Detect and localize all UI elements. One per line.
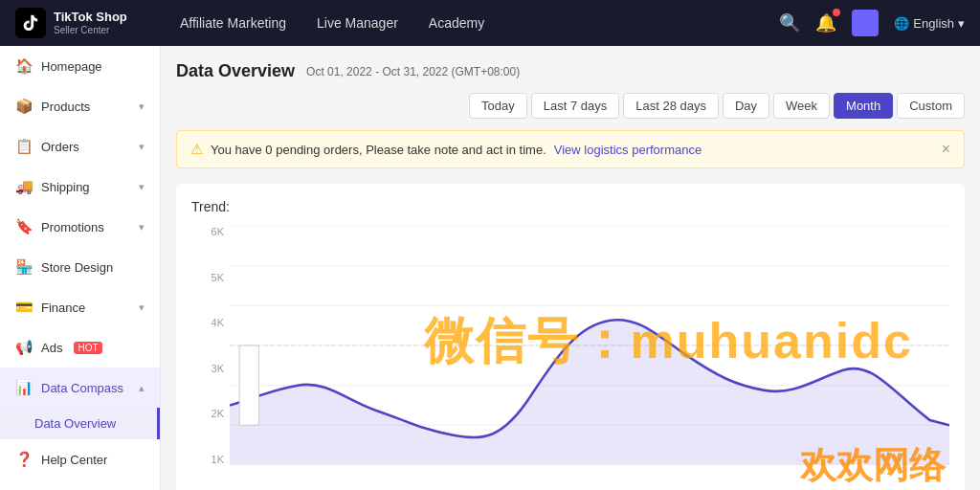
time-btn-last28[interactable]: Last 28 days [623, 93, 719, 119]
sidebar-sublabel-data-overview: Data Overview [34, 416, 116, 431]
page-title: Data Overview [176, 61, 295, 81]
sidebar-sub-item-data-overview[interactable]: Data Overview [0, 408, 160, 439]
y-label-3k: 3K [191, 363, 230, 374]
user-avatar[interactable] [852, 10, 879, 36]
chart-y-axis: 1K 2K 3K 4K 5K 6K [191, 226, 230, 465]
help-center-icon: ❓ [15, 451, 33, 468]
trend-chart: 1K 2K 3K 4K 5K 6K [191, 226, 949, 484]
finance-icon: 💳 [15, 299, 33, 316]
logo-subtitle: Seller Center [54, 25, 127, 36]
time-btn-week[interactable]: Week [773, 93, 830, 119]
sidebar-item-store-design[interactable]: 🏪 Store Design [0, 247, 160, 287]
data-compass-chevron: ▴ [139, 382, 145, 394]
content-header: Data Overview Oct 01, 2022 - Oct 31, 202… [176, 61, 965, 119]
search-icon-btn[interactable]: 🔍 [779, 12, 800, 33]
nav-right: 🔍 🔔 🌐 English ▾ [779, 10, 965, 36]
time-btn-today[interactable]: Today [469, 93, 527, 119]
promotions-chevron: ▾ [139, 221, 145, 234]
alert-text: You have 0 pending orders, Please take n… [211, 143, 546, 157]
nav-live-manager[interactable]: Live Manager [317, 15, 398, 31]
products-icon: 📦 [15, 98, 33, 115]
sidebar-label-data-compass: Data Compass [41, 381, 123, 395]
alert-icon: ⚠ [190, 141, 203, 158]
sidebar-label-ads: Ads [41, 341, 62, 355]
sidebar-item-promotions[interactable]: 🔖 Promotions ▾ [0, 207, 160, 247]
time-btn-custom[interactable]: Custom [897, 93, 965, 119]
sidebar-label-shipping: Shipping [41, 180, 90, 194]
y-label-5k: 5K [191, 272, 230, 283]
shipping-icon: 🚚 [15, 178, 33, 195]
alert-close-button[interactable]: × [942, 141, 950, 158]
logo-area: TikTok Shop Seller Center [15, 8, 149, 38]
sidebar-label-store-design: Store Design [41, 260, 113, 275]
nav-links: Affiliate Marketing Live Manager Academy [180, 15, 779, 31]
store-design-icon: 🏪 [15, 258, 33, 276]
top-navigation: TikTok Shop Seller Center Affiliate Mark… [0, 0, 980, 46]
sidebar-item-ads[interactable]: 📢 Ads HOT [0, 327, 160, 368]
sidebar-item-orders[interactable]: 📋 Orders ▾ [0, 126, 160, 167]
y-label-4k: 4K [191, 317, 230, 328]
y-label-2k: 2K [191, 408, 230, 419]
chart-svg-area [230, 226, 949, 465]
nav-affiliate-marketing[interactable]: Affiliate Marketing [180, 15, 286, 31]
data-compass-icon: 📊 [15, 379, 33, 396]
notification-badge [833, 9, 840, 16]
sidebar-label-help-center: Help Center [41, 453, 107, 467]
finance-chevron: ▾ [139, 301, 145, 314]
y-label-6k: 6K [191, 226, 230, 237]
time-btn-month[interactable]: Month [834, 93, 893, 119]
time-btn-last7[interactable]: Last 7 days [531, 93, 620, 119]
tiktok-logo-icon [15, 8, 46, 38]
nav-academy[interactable]: Academy [429, 15, 484, 31]
sidebar-item-data-compass[interactable]: 📊 Data Compass ▴ [0, 368, 160, 408]
logo-title: TikTok Shop [54, 10, 127, 25]
orders-icon: 📋 [15, 138, 33, 155]
trend-section: Trend: 微信号：muhuanidc 欢欢网络 1K 2K 3K 4K 5K… [176, 184, 965, 490]
sidebar: 🏠 Homepage 📦 Products ▾ 📋 Orders ▾ 🚚 Shi… [0, 46, 161, 490]
date-range: Oct 01, 2022 - Oct 31, 2022 (GMT+08:00) [306, 65, 520, 78]
ads-icon: 📢 [15, 339, 33, 356]
orders-chevron: ▾ [139, 141, 145, 153]
shipping-chevron: ▾ [139, 181, 145, 193]
alert-banner: ⚠ You have 0 pending orders, Please take… [176, 130, 965, 168]
time-filter-buttons: Today Last 7 days Last 28 days Day Week … [469, 93, 965, 119]
sidebar-item-products[interactable]: 📦 Products ▾ [0, 86, 160, 126]
home-icon: 🏠 [15, 57, 33, 75]
time-btn-day[interactable]: Day [723, 93, 769, 119]
sidebar-label-orders: Orders [41, 140, 79, 154]
sidebar-label-products: Products [41, 100, 90, 114]
promotions-icon: 🔖 [15, 218, 33, 235]
y-label-1k: 1K [191, 454, 230, 465]
sidebar-label-homepage: Homepage [41, 59, 102, 74]
logo-text: TikTok Shop Seller Center [54, 10, 127, 36]
trend-label: Trend: [191, 199, 949, 214]
sidebar-item-shipping[interactable]: 🚚 Shipping ▾ [0, 167, 160, 207]
sidebar-label-finance: Finance [41, 301, 85, 315]
ads-hot-badge: HOT [74, 342, 101, 354]
main-layout: 🏠 Homepage 📦 Products ▾ 📋 Orders ▾ 🚚 Shi… [0, 46, 980, 490]
alert-link[interactable]: View logistics performance [554, 143, 702, 157]
products-chevron: ▾ [139, 100, 145, 113]
sidebar-label-promotions: Promotions [41, 220, 104, 234]
sidebar-item-help-center[interactable]: ❓ Help Center [0, 439, 160, 479]
svg-rect-7 [239, 345, 258, 425]
language-selector[interactable]: 🌐 English ▾ [894, 16, 965, 31]
sidebar-item-finance[interactable]: 💳 Finance ▾ [0, 287, 160, 327]
main-content: Data Overview Oct 01, 2022 - Oct 31, 202… [161, 46, 980, 490]
notification-icon-btn[interactable]: 🔔 [815, 12, 836, 33]
sidebar-item-homepage[interactable]: 🏠 Homepage [0, 46, 160, 86]
